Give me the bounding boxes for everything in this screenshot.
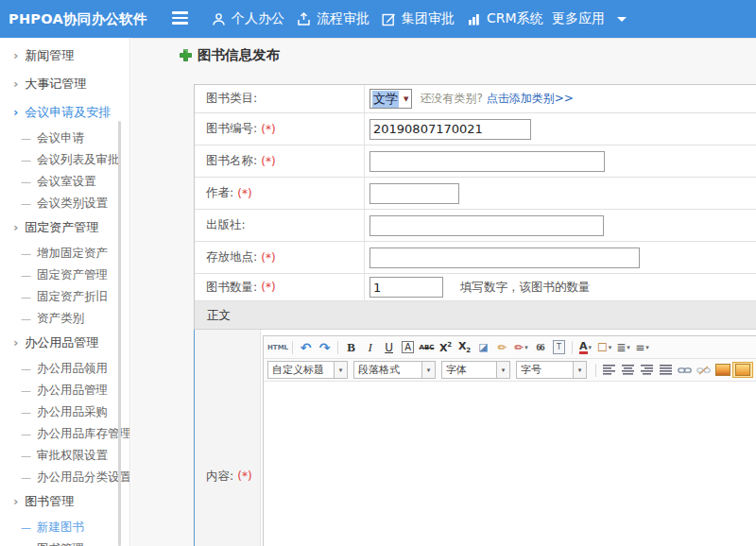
align-right-icon[interactable] [638,361,656,379]
app-brand: PHPOA协同办公软件 [9,0,147,38]
form-row-book-no: 图书编号:(*) [195,113,756,145]
book-name-input[interactable] [369,151,605,172]
category-select[interactable]: 文学▼ [369,89,412,109]
form-row-category: 图书类目:文学▼还没有类别?点击添加类别>> [195,85,756,113]
unordered-list-icon[interactable]: ≡▾ [633,338,651,356]
font-border-icon[interactable]: A [399,338,417,356]
dash-icon: — [21,247,31,260]
font-size-select[interactable]: 字号▾ [516,361,587,379]
sidebar-item-21[interactable]: —新建图书 [0,516,129,537]
sidebar-item-19[interactable]: —办公用品分类设置 [0,466,129,487]
sidebar-item-8[interactable]: ›固定资产管理 [0,213,129,242]
nav-item-5[interactable]: 更多应用 [552,0,627,38]
required-mark: (*) [261,155,275,168]
workflow-icon [297,12,311,26]
redo-icon[interactable]: ↷ [316,338,334,356]
book-form: 图书类目:文学▼还没有类别?点击添加类别>>图书编号:(*)图书名称:(*)作者… [194,84,756,546]
font-family-select[interactable]: 字体▾ [441,361,510,379]
sidebar-item-7[interactable]: —会议类别设置 [0,192,129,213]
underline-icon[interactable]: U [380,338,398,356]
align-left-icon[interactable] [600,361,618,379]
chevron-right-icon: › [13,494,18,508]
sidebar-item-10[interactable]: —固定资产管理 [0,264,129,285]
sidebar-item-3[interactable]: ›会议申请及安排 [0,98,129,127]
eraser-icon[interactable]: ◪ [474,338,492,356]
nav-item-1[interactable]: 个人办公 [212,0,284,38]
sidebar-item-4[interactable]: —会议申请 [0,127,129,148]
dash-icon: — [21,363,31,375]
label-book-no: 图书编号:(*) [195,113,365,145]
nav-item-2[interactable]: 流程审批 [297,0,369,38]
add-category-link[interactable]: 点击添加类别>> [487,91,574,107]
image-icon[interactable] [713,361,731,379]
highlight-color-icon[interactable]: ☐▾ [595,338,613,356]
remove-format-icon[interactable]: ✏ [493,338,511,356]
sidebar-item-2[interactable]: ›大事记管理 [0,70,129,98]
dash-icon: — [21,450,31,462]
sidebar-item-16[interactable]: —办公用品采购 [0,401,129,422]
no-category-text: 还没有类别? [420,91,482,107]
form-row-location: 存放地点:(*) [195,242,756,274]
main-content: 图书信息发布 图书类目:文学▼还没有类别?点击添加类别>>图书编号:(*)图书名… [131,38,756,546]
editor-content-area[interactable] [264,382,756,546]
nav-item-4[interactable]: CRM系统 [467,0,543,38]
sidebar-scrollbar[interactable] [118,121,121,546]
label-book-name: 图书名称:(*) [195,145,365,177]
blockquote-icon[interactable]: 66 [531,338,549,356]
nav-item-3[interactable]: 集团审批 [382,0,455,38]
book-no-input[interactable] [369,119,531,140]
chevron-right-icon: › [13,48,18,62]
topbar: PHPOA协同办公软件 个人办公流程审批集团审批CRM系统更多应用 [0,0,756,38]
html-source-icon[interactable]: HTML [267,338,288,356]
sidebar-item-18[interactable]: —审批权限设置 [0,444,129,466]
unlink-icon[interactable] [695,361,713,379]
justify-icon[interactable] [657,361,675,379]
sidebar-item-20[interactable]: ›图书管理 [0,487,129,516]
sidebar-item-17[interactable]: —办公用品库存管理 [0,422,129,444]
editor-toolbar-row2: 自定义标题▾段落格式▾字体▾字号▾ [264,359,756,382]
sidebar-item-12[interactable]: —资产类别 [0,307,129,329]
sidebar-item-14[interactable]: —办公用品领用 [0,357,129,379]
hamburger-menu-icon[interactable] [172,11,188,26]
dash-icon: — [21,154,31,166]
paste-icon[interactable]: T [550,338,568,356]
value-publisher [365,215,756,236]
bold-icon[interactable]: B [342,338,360,356]
dash-icon: — [21,471,31,484]
superscript-icon[interactable]: X2 [437,338,455,356]
sidebar-item-22[interactable]: —图书管理 [0,537,129,546]
select-arrow-icon: ▼ [404,95,408,103]
sidebar-item-5[interactable]: —会议列表及审批 [0,148,129,170]
strikethrough-icon[interactable]: ABC [418,338,436,356]
chevron-right-icon: › [13,220,18,234]
value-quantity: 填写数字，该图书的数量 [365,277,756,298]
sidebar-item-9[interactable]: —增加固定资产 [0,242,129,264]
align-center-icon[interactable] [619,361,637,379]
ordered-list-icon[interactable]: ≣▾ [614,338,632,356]
value-category: 文学▼还没有类别?点击添加类别>> [365,89,756,109]
sidebar-item-15[interactable]: —办公用品管理 [0,379,129,401]
emotion-icon[interactable] [732,361,753,379]
sidebar-item-6[interactable]: —会议室设置 [0,170,129,192]
dash-icon: — [21,521,31,534]
form-row-quantity: 图书数量:(*)填写数字，该图书的数量 [195,274,756,301]
paint-format-icon[interactable]: ✏▾ [512,338,530,356]
location-input[interactable] [369,247,640,268]
dash-icon: — [21,428,31,440]
caret-down-icon: ▾ [334,362,347,378]
sidebar-item-13[interactable]: ›办公用品管理 [0,329,129,357]
required-mark: (*) [261,281,275,294]
custom-title-select[interactable]: 自定义标题▾ [267,361,348,379]
quantity-input[interactable] [369,277,443,298]
subscript-icon[interactable]: X2 [455,338,473,356]
label-category: 图书类目: [195,85,365,112]
author-input[interactable] [369,183,459,204]
sidebar-item-1[interactable]: ›新闻管理 [0,42,129,70]
font-color-icon[interactable]: A▾ [576,338,594,356]
link-icon[interactable] [676,361,694,379]
publisher-input[interactable] [369,215,604,236]
paragraph-format-select[interactable]: 段落格式▾ [353,361,436,379]
sidebar-item-11[interactable]: —固定资产折旧 [0,285,129,307]
undo-icon[interactable]: ↶ [297,338,315,356]
italic-icon[interactable]: I [361,338,379,356]
